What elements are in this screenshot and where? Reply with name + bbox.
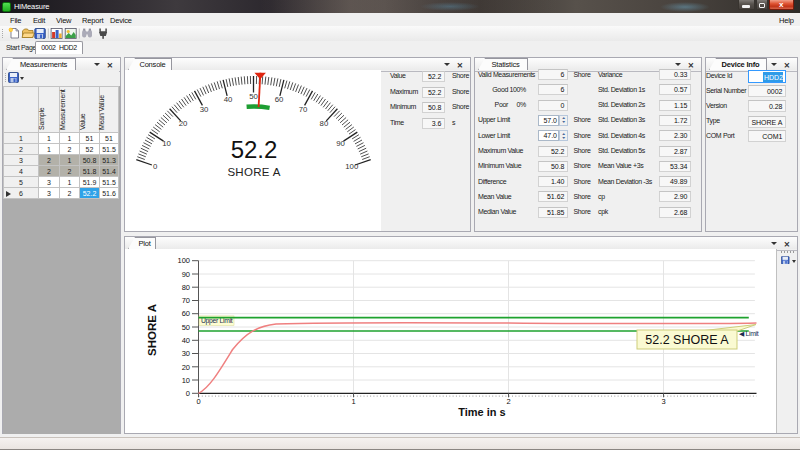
svg-text:50: 50 (249, 92, 258, 101)
svg-text:40: 40 (224, 95, 233, 104)
svg-text:2: 2 (506, 397, 510, 406)
svg-text:10: 10 (162, 139, 171, 148)
svg-text:Time in s: Time in s (458, 406, 505, 418)
svg-text:70: 70 (299, 105, 308, 114)
svg-text:0: 0 (186, 389, 190, 398)
svg-text:70: 70 (182, 296, 190, 305)
svg-text:0: 0 (153, 162, 158, 171)
svg-text:100: 100 (345, 162, 359, 171)
svg-text:40: 40 (182, 336, 190, 345)
svg-text:3: 3 (661, 397, 665, 406)
svg-text:◀ Limit: ◀ Limit (739, 330, 759, 337)
svg-text:10: 10 (182, 376, 190, 385)
svg-text:20: 20 (182, 363, 190, 372)
svg-text:SHORE A: SHORE A (146, 304, 158, 356)
svg-text:52.2: 52.2 (231, 136, 278, 163)
svg-text:100: 100 (177, 256, 190, 265)
svg-text:60: 60 (182, 309, 190, 318)
svg-text:0: 0 (196, 397, 200, 406)
svg-text:60: 60 (275, 95, 284, 104)
svg-text:20: 20 (179, 119, 188, 128)
svg-text:90: 90 (182, 270, 190, 279)
svg-text:52.2 SHORE A: 52.2 SHORE A (645, 333, 729, 347)
svg-text:80: 80 (320, 119, 329, 128)
svg-text:1: 1 (351, 397, 355, 406)
svg-text:30: 30 (200, 105, 209, 114)
svg-text:30: 30 (182, 349, 190, 358)
svg-text:SHORE A: SHORE A (227, 166, 280, 178)
svg-text:50: 50 (182, 323, 190, 332)
svg-text:90: 90 (336, 139, 345, 148)
svg-text:80: 80 (182, 283, 190, 292)
